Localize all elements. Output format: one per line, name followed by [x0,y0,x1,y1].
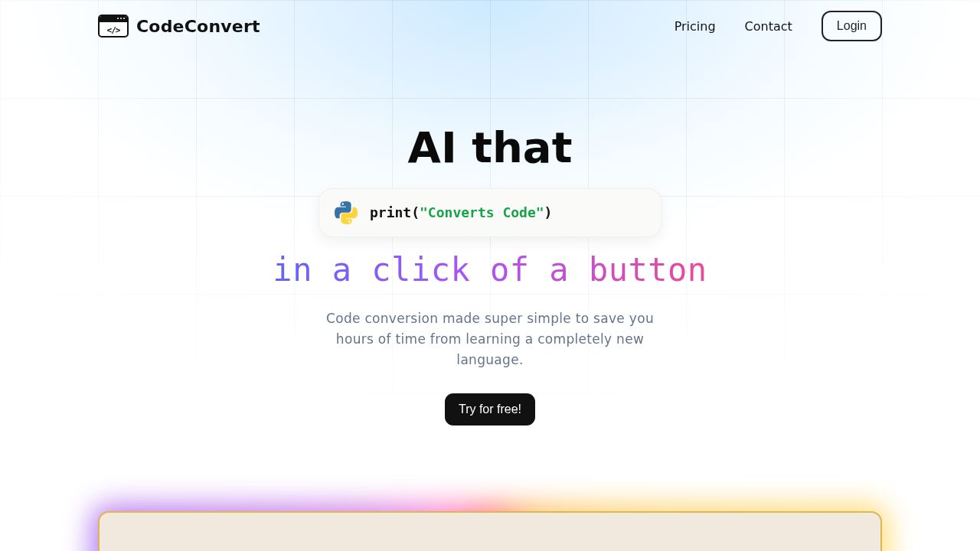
nav-pricing[interactable]: Pricing [675,19,716,34]
code-fn: print [370,204,411,220]
hero: AI that print("Converts Code") in a clic… [98,41,882,425]
primary-nav: Pricing Contact Login [675,11,882,41]
hero-title: AI that [98,124,882,171]
nav-contact[interactable]: Contact [745,19,792,34]
brand-link[interactable]: </> CodeConvert [98,15,260,37]
brand-text: CodeConvert [136,17,260,36]
converter-panel-preview [98,511,882,551]
login-button[interactable]: Login [822,11,882,41]
code-paren-close: ) [544,204,553,220]
code-string: "Converts Code" [420,204,544,220]
hero-tagline: in a click of a button [273,251,707,289]
try-free-button[interactable]: Try for free! [445,393,535,425]
code-snippet: print("Converts Code") [370,204,552,220]
converter-panel[interactable] [98,511,882,551]
code-snippet-card: print("Converts Code") [318,188,662,237]
site-header: </> CodeConvert Pricing Contact Login [98,0,882,41]
logo-icon: </> [98,15,129,37]
hero-subtitle: Code conversion made super simple to sav… [322,308,658,371]
code-paren-open: ( [411,204,420,220]
python-icon [335,201,358,224]
